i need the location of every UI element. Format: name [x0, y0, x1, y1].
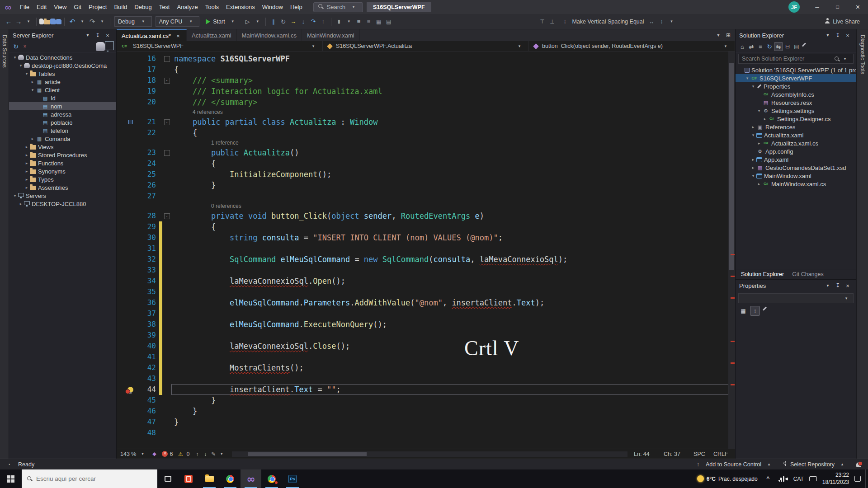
- caret-down-icon[interactable]: ▾: [667, 17, 677, 27]
- action-center-icon[interactable]: [854, 476, 861, 482]
- photoshop-taskbar-button[interactable]: Ps: [282, 469, 303, 488]
- caret-down-icon[interactable]: ▾: [514, 41, 524, 51]
- code-line-40[interactable]: 40laMevaConnexioSql.Close();: [117, 341, 728, 352]
- expand-arrow-icon[interactable]: ▸: [756, 141, 762, 145]
- start-debugging-button[interactable]: Start ▾: [202, 16, 241, 27]
- taskbar-search[interactable]: [22, 469, 157, 488]
- line-number[interactable]: 35: [136, 286, 159, 297]
- pin-icon[interactable]: ↧: [93, 30, 103, 40]
- caret-down-icon[interactable]: ▾: [840, 54, 850, 64]
- tab-list-icon[interactable]: ▼: [713, 30, 723, 40]
- code-line-16[interactable]: 16-namespace S16SQLServerWPF: [117, 53, 728, 64]
- tree-item-actualitza-xaml[interactable]: ▾Actualitza.xaml: [736, 131, 856, 139]
- code-line-35[interactable]: 35: [117, 286, 728, 297]
- menu-git[interactable]: Git: [70, 0, 85, 14]
- data-sources-tab[interactable]: Data Sources: [0, 29, 9, 459]
- make-same-width-icon[interactable]: ↔: [647, 17, 657, 27]
- editor-tab-actualitza-xaml-cs[interactable]: Actualitza.xaml.cs*×: [117, 29, 187, 41]
- tree-item-gestiocomandesdataset1-xsd[interactable]: ▸▦GestioComandesDataSet1.xsd: [736, 164, 856, 172]
- caret-down-icon[interactable]: ▾: [186, 17, 196, 27]
- refresh-icon[interactable]: ↻: [765, 42, 774, 51]
- caret-down-icon[interactable]: ▾: [97, 17, 107, 27]
- collapse-arrow-icon[interactable]: ▾: [12, 193, 18, 198]
- code-text[interactable]: [171, 286, 728, 297]
- connect-database-icon[interactable]: [96, 42, 105, 51]
- menu-view[interactable]: View: [50, 0, 70, 14]
- background-tasks-icon[interactable]: ▪: [5, 460, 14, 469]
- codelens-text[interactable]: 1 reference: [171, 138, 728, 147]
- menu-debug[interactable]: Debug: [131, 0, 155, 14]
- uncomment-lines-icon[interactable]: ≡: [364, 17, 374, 27]
- tree-item-solution-s16sqlserverwpf-1-of-1-project[interactable]: Solution 'S16SQLServerWPF' (1 of 1 proje…: [736, 66, 856, 74]
- collapse-arrow-icon[interactable]: ▾: [29, 88, 36, 92]
- tree-item-data-connections[interactable]: ▾Data Connections: [9, 53, 116, 61]
- breadcrumb-s16sqlserverwpf[interactable]: C#S16SQLServerWPF▾: [117, 41, 323, 51]
- volume-icon[interactable]: [785, 477, 788, 481]
- task-view-taskbar-button[interactable]: [157, 469, 178, 488]
- collapse-region-icon[interactable]: -: [164, 78, 170, 84]
- tree-item-resources-resx[interactable]: ▤Resources.resx: [736, 99, 856, 107]
- expand-arrow-icon[interactable]: ▸: [750, 157, 756, 162]
- close-icon[interactable]: ×: [843, 30, 853, 40]
- caret-up-icon[interactable]: ▴: [837, 460, 847, 469]
- close-icon[interactable]: ×: [843, 281, 853, 291]
- language-indicator[interactable]: CAT: [793, 476, 804, 482]
- office-taskbar-button[interactable]: [178, 469, 199, 488]
- code-line-34[interactable]: 34laMevaConnexioSql.Open();: [117, 276, 728, 286]
- tree-item-stored-procedures[interactable]: ▸Stored Procedures: [9, 151, 116, 159]
- code-text[interactable]: [171, 330, 728, 341]
- code-line-18[interactable]: 18-/// <summary>: [117, 75, 728, 86]
- line-number[interactable]: [136, 138, 159, 147]
- tree-item-synonyms[interactable]: ▸Synonyms: [9, 167, 116, 175]
- code-line-23[interactable]: 23-public Actualitza(): [117, 147, 728, 158]
- chevron-down-icon[interactable]: ▾: [823, 281, 833, 291]
- tree-item-types[interactable]: ▸Types: [9, 175, 116, 183]
- break-all-icon[interactable]: ∥: [269, 17, 278, 27]
- step-out-icon[interactable]: ↑: [318, 17, 328, 27]
- taskbar-search-input[interactable]: [36, 475, 152, 482]
- line-number[interactable]: 20: [136, 97, 159, 108]
- code-line-47[interactable]: 47}: [117, 417, 728, 427]
- caret-down-icon[interactable]: ▾: [308, 41, 318, 51]
- collapse-region-icon[interactable]: -: [164, 150, 170, 156]
- line-number[interactable]: 31: [136, 243, 159, 254]
- codelens-text[interactable]: 4 references: [171, 108, 728, 117]
- code-text[interactable]: }: [171, 395, 728, 406]
- caret-up-icon[interactable]: ▴: [764, 460, 774, 469]
- expand-arrow-icon[interactable]: ▸: [18, 202, 24, 206]
- menu-edit[interactable]: Edit: [33, 0, 50, 14]
- code-line-28[interactable]: 28-private void button_Click(object send…: [117, 211, 728, 221]
- network-icon[interactable]: [778, 476, 785, 482]
- debug-config-dropdown[interactable]: Debug ▾: [114, 16, 152, 27]
- touch-keyboard-slot[interactable]: [809, 476, 817, 481]
- code-text[interactable]: [171, 427, 728, 438]
- code-text[interactable]: }: [171, 180, 728, 191]
- cancel-refresh-icon[interactable]: ×: [20, 42, 29, 51]
- code-text[interactable]: [171, 243, 728, 254]
- line-number[interactable]: 28: [136, 211, 159, 221]
- menu-test[interactable]: Test: [156, 0, 174, 14]
- categorized-icon[interactable]: ▦: [738, 306, 748, 316]
- collapse-all-icon[interactable]: ⊟: [783, 42, 792, 51]
- code-text[interactable]: elMeuSqlCommand.ExecuteNonQuery();: [171, 319, 728, 330]
- line-number[interactable]: 27: [136, 191, 159, 202]
- code-line-25[interactable]: 25InitializeComponent();: [117, 169, 728, 180]
- connect-server-icon[interactable]: [105, 41, 114, 50]
- close-window-icon[interactable]: ×: [848, 0, 868, 14]
- close-icon[interactable]: ×: [103, 30, 113, 40]
- properties-icon[interactable]: [801, 42, 810, 51]
- line-number[interactable]: [136, 108, 159, 117]
- code-text[interactable]: {: [171, 221, 728, 232]
- code-text[interactable]: private void button_Click(object sender,…: [171, 211, 728, 221]
- tree-item-client[interactable]: ▾▦Client: [9, 86, 116, 94]
- code-text[interactable]: [171, 373, 728, 384]
- code-text[interactable]: namespace S16SQLServerWPF: [171, 53, 728, 64]
- collapse-arrow-icon[interactable]: ▾: [750, 133, 756, 137]
- search-icon[interactable]: [318, 4, 324, 9]
- windows-start-button[interactable]: [0, 469, 22, 488]
- chrome-badge-taskbar-button[interactable]: [261, 469, 282, 488]
- code-line-44[interactable]: 44insertaClient.Text = "";: [117, 384, 728, 395]
- spaces-indicator[interactable]: SPC: [693, 451, 710, 457]
- code-line-19[interactable]: 19/// Interaction logic for Actualitza.x…: [117, 86, 728, 97]
- tree-item-views[interactable]: ▸Views: [9, 143, 116, 151]
